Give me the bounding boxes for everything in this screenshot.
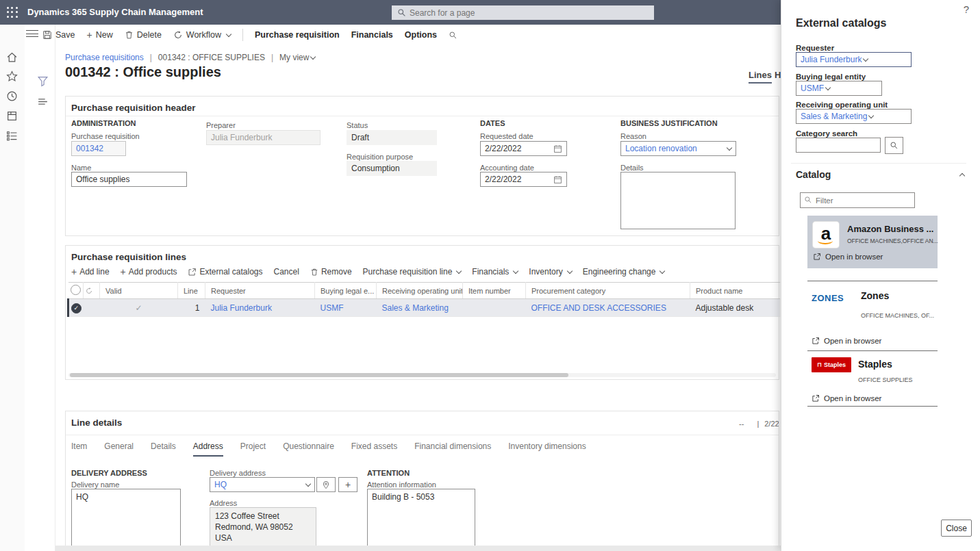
column-receiving-operating-unit[interactable]: Receiving operating unit (377, 283, 463, 299)
catalog-section-heading[interactable]: Catalog (796, 169, 831, 180)
requester-dropdown[interactable]: Julia Funderburk (796, 52, 912, 67)
search-input[interactable] (392, 5, 654, 20)
category-search-button[interactable] (885, 137, 903, 154)
table-row[interactable]: ✓ ✓ 1 Julia Funderburk USMF Sales & Mark… (68, 299, 780, 317)
accounting-date-field[interactable]: 2/22/2022 (480, 172, 567, 187)
bottom-scroll-strip[interactable] (55, 546, 781, 551)
row-procurement-category-link[interactable]: OFFICE AND DESK ACCESSORIES (526, 299, 690, 317)
app-launcher-icon[interactable] (7, 7, 18, 18)
row-receiving-operating-unit-link[interactable]: Sales & Marketing (377, 299, 463, 317)
row-select-checkbox[interactable]: ✓ (68, 299, 84, 317)
open-in-browser-link[interactable]: Open in browser (812, 394, 881, 402)
view-selector[interactable]: My view (279, 53, 315, 62)
tab-financial-dimensions[interactable]: Financial dimensions (414, 441, 491, 457)
home-icon[interactable] (6, 51, 18, 64)
filter-funnel-icon[interactable] (37, 75, 49, 87)
calendar-icon[interactable] (553, 175, 562, 184)
purchase-requisition-line-menu[interactable]: Purchase requisition line (363, 267, 462, 277)
plus-icon: + (121, 267, 126, 277)
tab-item[interactable]: Item (71, 441, 87, 457)
catalog-item-staples[interactable]: ⊓Staples Staples OFFICE SUPPLIES Open in… (807, 353, 938, 406)
requested-date-field[interactable]: 2/22/2022 (480, 141, 567, 156)
refresh-column-header[interactable] (84, 283, 100, 299)
reason-dropdown[interactable]: Location renovation (620, 141, 736, 156)
hamburger-menu-icon[interactable] (26, 30, 38, 38)
add-line-button[interactable]: +Add line (71, 267, 110, 277)
recent-clock-icon[interactable] (6, 90, 18, 103)
catalog-item-amazon[interactable]: a Amazon Business ... OFFICE MACHINES,OF… (807, 216, 938, 268)
tab-details[interactable]: Details (151, 441, 176, 457)
tab-general[interactable]: General (104, 441, 134, 457)
workspaces-icon[interactable] (6, 110, 18, 123)
column-item-number[interactable]: Item number (463, 283, 526, 299)
section-title[interactable]: Purchase requisition header (71, 103, 196, 113)
tab-questionnaire[interactable]: Questionnaire (283, 441, 334, 457)
workflow-button[interactable]: Workflow (173, 30, 231, 40)
catalog-item-zones[interactable]: ZONES Zones OFFICE MACHINES, OF... Open … (807, 283, 938, 350)
tab-purchase-requisition[interactable]: Purchase requisition (255, 30, 340, 40)
column-procurement-category[interactable]: Procurement category (526, 283, 690, 299)
breadcrumb-root-link[interactable]: Purchase requisitions (65, 53, 144, 62)
calendar-icon[interactable] (553, 144, 562, 153)
tab-project[interactable]: Project (240, 441, 266, 457)
open-in-browser-link[interactable]: Open in browser (813, 253, 883, 261)
row-item-number[interactable] (463, 299, 526, 317)
new-button[interactable]: + New (87, 30, 113, 40)
trash-icon (310, 268, 318, 277)
modules-list-icon[interactable] (6, 130, 18, 142)
details-textarea[interactable] (620, 172, 736, 229)
tab-lines[interactable]: Lines (749, 70, 772, 84)
column-buying-legal-entity[interactable]: Buying legal e... (315, 283, 377, 299)
workflow-icon (173, 30, 183, 40)
app-title[interactable]: Dynamics 365 Supply Chain Management (27, 0, 203, 25)
tab-address[interactable]: Address (193, 441, 223, 457)
line-details-meta: -- | 2/22/20 (739, 420, 779, 428)
name-field[interactable]: Office supplies (71, 172, 187, 187)
external-catalogs-panel: ? External catalogs Requester Julia Fund… (781, 0, 980, 551)
receiving-operating-unit-dropdown[interactable]: Sales & Marketing (796, 109, 912, 124)
row-requester-link[interactable]: Julia Funderburk (205, 299, 315, 317)
delivery-name-textarea[interactable]: HQ (71, 489, 181, 550)
column-requester[interactable]: Requester (205, 283, 315, 299)
related-info-icon[interactable] (37, 96, 49, 107)
favorites-star-icon[interactable] (6, 71, 18, 83)
category-search-input[interactable] (796, 138, 881, 153)
add-products-button[interactable]: +Add products (121, 267, 177, 277)
engineering-change-menu[interactable]: Engineering change (583, 267, 665, 277)
help-icon[interactable]: ? (964, 3, 969, 15)
financials-menu[interactable]: Financials (472, 267, 518, 277)
attention-information-textarea[interactable]: Building B - 5053 (367, 489, 475, 550)
external-link-icon (188, 268, 197, 277)
row-buying-legal-entity-link[interactable]: USMF (315, 299, 377, 317)
open-in-browser-link[interactable]: Open in browser (812, 337, 881, 345)
external-catalogs-button[interactable]: External catalogs (188, 267, 262, 277)
delete-button[interactable]: Delete (125, 30, 162, 40)
column-valid[interactable]: Valid (100, 283, 178, 299)
section-title[interactable]: Line details (71, 418, 122, 428)
tab-inventory-dimensions[interactable]: Inventory dimensions (508, 441, 586, 457)
column-product-name[interactable]: Product name (690, 283, 780, 299)
select-all-header[interactable] (68, 283, 84, 299)
search-icon (804, 196, 812, 204)
tab-financials[interactable]: Financials (351, 30, 393, 40)
map-pin-button[interactable] (316, 477, 336, 492)
filter-input[interactable] (801, 193, 914, 207)
buying-legal-entity-dropdown[interactable]: USMF (796, 81, 882, 96)
section-title[interactable]: Purchase requisition lines (71, 252, 186, 262)
tab-header-partial[interactable]: H (775, 70, 781, 80)
cancel-button[interactable]: Cancel (274, 267, 299, 277)
horizontal-scrollbar[interactable] (68, 373, 776, 377)
inventory-menu[interactable]: Inventory (529, 267, 571, 277)
tab-fixed-assets[interactable]: Fixed assets (351, 441, 397, 457)
actionpane-search-icon[interactable] (449, 31, 457, 40)
tab-options[interactable]: Options (405, 30, 437, 40)
chevron-up-icon[interactable] (959, 173, 965, 179)
close-button[interactable]: Close (941, 520, 972, 537)
add-address-button[interactable]: + (338, 477, 357, 492)
column-line[interactable]: Line (178, 283, 205, 299)
delivery-address-dropdown[interactable]: HQ (210, 477, 315, 492)
purchase-requisition-field[interactable]: 001342 (71, 141, 126, 156)
remove-button[interactable]: Remove (310, 267, 352, 277)
scrollbar-thumb[interactable] (70, 373, 568, 377)
save-button[interactable]: Save (42, 30, 75, 40)
